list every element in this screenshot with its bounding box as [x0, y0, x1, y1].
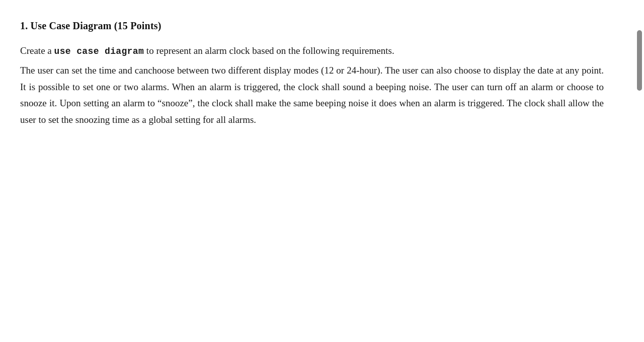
second-paragraph: The user can set the time and can​choose…	[20, 62, 604, 128]
section-heading: 1. Use Case Diagram (15 Points)	[20, 20, 614, 32]
paragraph1-after-bold: to represent an alarm clock based on the…	[144, 45, 394, 56]
scrollbar[interactable]	[637, 30, 642, 91]
first-paragraph: Create a use case diagram to represent a…	[20, 43, 604, 59]
paragraph1-before-bold: Create a	[20, 45, 54, 56]
paragraph1-bold: use case diagram	[54, 46, 144, 56]
page-container: 1. Use Case Diagram (15 Points) Create a…	[0, 0, 644, 342]
